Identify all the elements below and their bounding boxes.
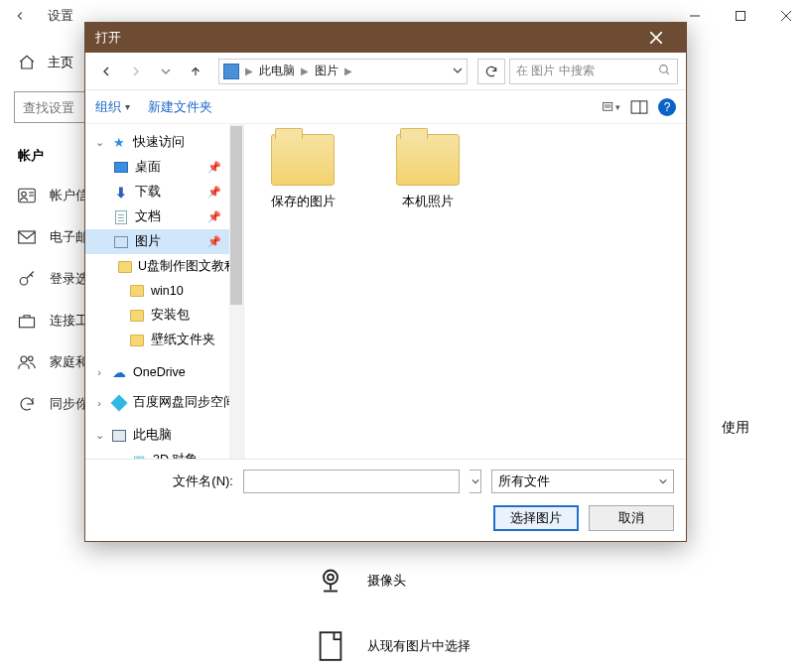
- tree-desktop[interactable]: 桌面📌: [85, 155, 243, 180]
- cube-icon: ▣: [131, 453, 147, 460]
- svg-line-21: [666, 71, 669, 74]
- svg-point-20: [660, 65, 668, 72]
- dialog-footer: 文件名(N): 所有文件 选择图片 取消: [85, 459, 686, 541]
- chevron-down-icon: ▾: [125, 101, 130, 112]
- folder-icon: [396, 134, 460, 186]
- expand-icon[interactable]: ›: [93, 366, 105, 378]
- pictures-icon: [113, 234, 129, 250]
- nav-up-button[interactable]: [183, 59, 208, 84]
- expand-icon[interactable]: ›: [113, 455, 125, 460]
- close-button[interactable]: [763, 0, 809, 32]
- folder-icon: [129, 333, 145, 348]
- scroll-thumb[interactable]: [230, 126, 242, 305]
- sync-icon: [18, 395, 36, 413]
- baidu-icon: [111, 395, 127, 411]
- chevron-right-icon: ▶: [344, 66, 352, 76]
- address-bar[interactable]: ▶ 此电脑 ▶ 图片 ▶: [218, 59, 468, 84]
- navigation-tree: ⌄★快速访问 桌面📌 ⬇下载📌 文档📌 图片📌 U盘制作图文教程 win10 安…: [85, 124, 244, 459]
- home-icon: [18, 54, 36, 71]
- desktop-icon: [113, 160, 129, 176]
- tree-this-pc[interactable]: ⌄此电脑: [85, 423, 243, 448]
- tree-downloads[interactable]: ⬇下载📌: [85, 180, 243, 204]
- tree-usb-tutorial[interactable]: U盘制作图文教程: [85, 254, 243, 279]
- tree-baidu-sync[interactable]: ›百度网盘同步空间: [85, 390, 243, 415]
- filename-row: 文件名(N): 所有文件: [97, 470, 674, 493]
- organize-menu[interactable]: 组织▾: [95, 98, 130, 116]
- person-card-icon: [18, 187, 36, 204]
- open-button[interactable]: 选择图片: [493, 505, 579, 531]
- toolbar-right: ▾ ?: [603, 98, 676, 116]
- nav-back-button[interactable]: [93, 59, 119, 84]
- tree-win10[interactable]: win10: [85, 279, 243, 303]
- option-camera[interactable]: 摄像头: [308, 548, 809, 613]
- tree-onedrive[interactable]: ›☁OneDrive: [85, 360, 243, 384]
- tree-scrollbar[interactable]: [229, 124, 243, 459]
- maximize-button[interactable]: [718, 0, 763, 32]
- breadcrumb-pictures[interactable]: 图片: [315, 63, 338, 79]
- refresh-button[interactable]: [477, 59, 505, 84]
- svg-point-9: [20, 278, 28, 286]
- folder-item-camera-roll[interactable]: 本机照片: [383, 134, 472, 210]
- option-camera-label: 摄像头: [367, 572, 406, 590]
- file-type-filter[interactable]: 所有文件: [491, 470, 674, 493]
- folder-icon: [118, 259, 132, 275]
- nav-forward-button[interactable]: [123, 59, 149, 84]
- tree-3d-objects[interactable]: ›▣3D 对象: [85, 448, 243, 459]
- camera-icon: [316, 566, 345, 596]
- image-file-icon: [316, 631, 345, 661]
- collapse-icon[interactable]: ⌄: [93, 136, 105, 149]
- settings-title: 设置: [48, 7, 73, 25]
- people-icon: [18, 353, 36, 371]
- document-icon: [113, 209, 129, 225]
- key-icon: [18, 270, 36, 288]
- pc-icon: [111, 428, 127, 444]
- new-folder-button[interactable]: 新建文件夹: [148, 98, 212, 116]
- nav-recent-dropdown[interactable]: [153, 59, 179, 84]
- tree-pictures[interactable]: 图片📌: [85, 229, 243, 254]
- window-controls: [672, 0, 809, 32]
- breadcrumb-this-pc[interactable]: 此电脑: [259, 63, 295, 79]
- dialog-title: 打开: [95, 29, 121, 47]
- dialog-body: ⌄★快速访问 桌面📌 ⬇下载📌 文档📌 图片📌 U盘制作图文教程 win10 安…: [85, 124, 686, 459]
- dialog-titlebar[interactable]: 打开: [85, 23, 686, 53]
- right-hint-text: 使用: [722, 419, 749, 437]
- cancel-button[interactable]: 取消: [589, 505, 674, 531]
- folder-label: 本机照片: [402, 194, 454, 210]
- cloud-icon: ☁: [111, 364, 127, 380]
- tree-install-pkg[interactable]: 安装包: [85, 303, 243, 328]
- view-mode-button[interactable]: ▾: [603, 98, 620, 116]
- download-icon: ⬇: [113, 185, 129, 201]
- svg-point-5: [22, 192, 27, 197]
- filename-dropdown[interactable]: [470, 470, 481, 493]
- svg-point-11: [21, 356, 27, 362]
- option-choose-existing[interactable]: 从现有图片中选择: [308, 613, 809, 672]
- back-button[interactable]: [8, 4, 32, 28]
- help-button[interactable]: ?: [658, 98, 676, 116]
- dialog-close-button[interactable]: [636, 23, 676, 53]
- tree-documents[interactable]: 文档📌: [85, 204, 243, 229]
- folder-label: 保存的图片: [271, 194, 336, 210]
- option-choose-existing-label: 从现有图片中选择: [367, 637, 471, 655]
- tree-quick-access[interactable]: ⌄★快速访问: [85, 130, 243, 155]
- collapse-icon[interactable]: ⌄: [93, 429, 105, 442]
- folder-icon: [271, 134, 335, 186]
- svg-rect-17: [321, 632, 341, 660]
- filter-label: 所有文件: [498, 473, 550, 490]
- svg-rect-10: [20, 318, 35, 328]
- file-open-dialog: 打开 ▶ 此电脑 ▶ 图片 ▶ 在 图片 中搜索 组织▾ 新建文件夹 ▾: [84, 22, 687, 542]
- star-icon: ★: [111, 135, 127, 151]
- svg-point-13: [324, 571, 337, 585]
- dialog-toolbar: 组织▾ 新建文件夹 ▾ ?: [85, 90, 686, 124]
- dialog-search-input[interactable]: 在 图片 中搜索: [509, 59, 678, 84]
- filename-input[interactable]: [243, 470, 460, 493]
- folder-item-saved-pictures[interactable]: 保存的图片: [258, 134, 347, 210]
- toolbar-left: 组织▾ 新建文件夹: [95, 98, 212, 116]
- file-list[interactable]: 保存的图片 本机照片: [244, 124, 686, 459]
- briefcase-icon: [18, 312, 36, 330]
- chevron-down-icon: [659, 477, 667, 485]
- expand-icon[interactable]: ›: [93, 397, 105, 409]
- address-dropdown[interactable]: [453, 64, 463, 78]
- preview-pane-button[interactable]: [630, 98, 648, 116]
- tree-wallpapers[interactable]: 壁纸文件夹: [85, 328, 243, 352]
- svg-point-14: [328, 575, 334, 581]
